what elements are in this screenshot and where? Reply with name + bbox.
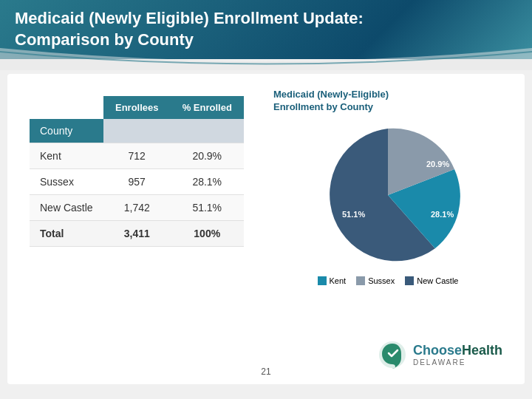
header-arc-decoration — [0, 48, 532, 70]
kent-chart-label: 20.9% — [426, 160, 449, 168]
enrollment-table: Enrollees % Enrolled County Kent 712 20.… — [30, 96, 244, 247]
newcastle-label: New Castle — [30, 195, 103, 221]
kent-percent: 20.9% — [170, 143, 244, 169]
total-row: Total 3,411 100% — [30, 221, 244, 247]
chart-area: Medicaid (Newly-Eligible) Enrollment by … — [273, 89, 502, 340]
logo-choose: Choose — [413, 343, 462, 358]
county-header-row: County — [30, 119, 244, 143]
sussex-chart-label: 28.1% — [431, 210, 454, 219]
choose-health-logo-icon — [378, 340, 407, 369]
header-title-line2: Comparison by County — [15, 30, 194, 49]
kent-legend-color — [318, 276, 327, 285]
sussex-legend-label: Sussex — [368, 276, 395, 285]
newcastle-percent: 51.1% — [170, 195, 244, 221]
newcastle-legend-color — [405, 276, 414, 285]
main-card: Enrollees % Enrolled County Kent 712 20.… — [7, 74, 525, 384]
legend-item-sussex: Sussex — [356, 276, 395, 285]
sussex-enrollees: 957 — [103, 169, 170, 195]
table-row: Sussex 957 28.1% — [30, 169, 244, 195]
kent-legend-label: Kent — [330, 276, 347, 285]
logo-area: ChooseHealth DELAWARE — [378, 340, 502, 369]
logo-choose-health: ChooseHealth — [413, 343, 502, 358]
kent-enrollees: 712 — [103, 143, 170, 169]
county-percent-cell — [170, 119, 244, 143]
table-row: New Castle 1,742 51.1% — [30, 195, 244, 221]
chart-title: Medicaid (Newly-Eligible) Enrollment by … — [273, 89, 502, 114]
legend-item-newcastle: New Castle — [405, 276, 458, 285]
col-percent-header: % Enrolled — [170, 96, 244, 119]
newcastle-enrollees: 1,742 — [103, 195, 170, 221]
pie-chart: 20.9% 28.1% 51.1% — [314, 121, 462, 269]
logo-delaware: DELAWARE — [413, 358, 502, 366]
chart-legend: Kent Sussex New Castle — [273, 276, 502, 285]
sussex-percent: 28.1% — [170, 169, 244, 195]
legend-item-kent: Kent — [318, 276, 347, 285]
chart-title-line1: Medicaid (Newly-Eligible) — [273, 89, 389, 100]
sussex-legend-color — [356, 276, 365, 285]
county-enrollees-cell — [103, 119, 170, 143]
pie-chart-container: 20.9% 28.1% 51.1% — [314, 121, 462, 269]
total-percent: 100% — [170, 221, 244, 247]
table-row: Kent 712 20.9% — [30, 143, 244, 169]
sussex-label: Sussex — [30, 169, 103, 195]
content-area: Enrollees % Enrolled County Kent 712 20.… — [0, 59, 532, 399]
header-title-line1: Medicaid (Newly Eligible) Enrollment Upd… — [15, 9, 364, 27]
newcastle-chart-label: 51.1% — [342, 210, 365, 219]
total-enrollees: 3,411 — [103, 221, 170, 247]
total-label: Total — [30, 221, 103, 247]
chart-title-line2: Enrollment by County — [273, 101, 373, 112]
page-number: 21 — [261, 366, 270, 377]
header-title: Medicaid (Newly Eligible) Enrollment Upd… — [15, 8, 364, 50]
col-enrollees-header: Enrollees — [103, 96, 170, 119]
table-container: Enrollees % Enrolled County Kent 712 20.… — [30, 96, 244, 247]
logo-text-area: ChooseHealth DELAWARE — [413, 343, 502, 366]
logo-health: Health — [462, 343, 502, 358]
kent-label: Kent — [30, 143, 103, 169]
county-label: County — [30, 119, 103, 143]
newcastle-legend-label: New Castle — [417, 276, 458, 285]
